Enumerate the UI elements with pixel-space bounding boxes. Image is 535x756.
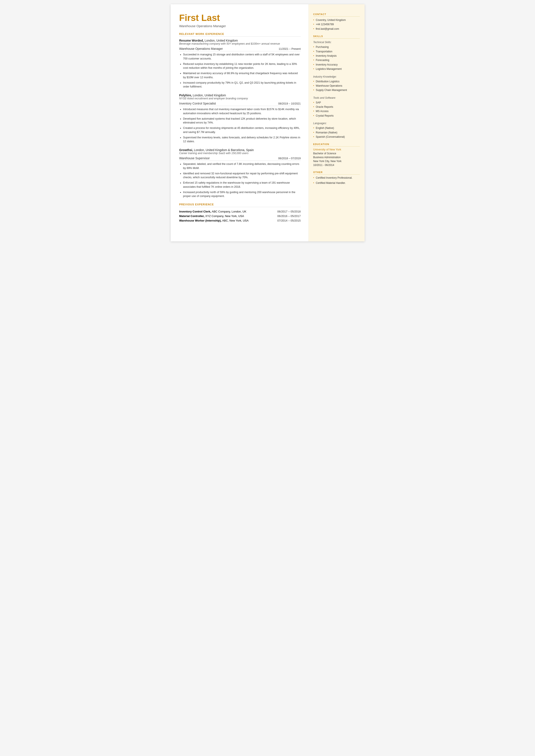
other-item-1: Certified Inventory Professional. — [313, 176, 360, 180]
prev-job-dates-2: 06/2016 – 05/2017 — [252, 214, 301, 218]
resume-container: First Last Warehouse Operations Manager … — [171, 4, 365, 241]
role-header-2: Inventory Control Specialist 08/2019 – 1… — [179, 102, 301, 106]
tools-label: Tools and Software: — [313, 96, 360, 99]
company-name-3: Growthsi, London, United Kingdom & Barce… — [179, 148, 301, 152]
role-dates-2: 08/2019 – 10/2021 — [278, 102, 300, 105]
language-english: English (Native) — [313, 126, 360, 130]
company-bold-1: Resume Worded, — [179, 39, 204, 42]
relevant-work-section-title: RELEVANT WORK EXPERIENCE — [179, 33, 301, 37]
bullet-1-4: Increased company productivity by 79% in… — [180, 81, 301, 89]
contact-list: Coventry, United Kingdom +44 123456789 f… — [313, 18, 360, 31]
role-title-3: Warehouse Supervisor — [179, 156, 210, 160]
other-item-2: Certified Material Handler. — [313, 181, 360, 185]
bullet-list-1: Succeeded in managing 15 storage and dis… — [179, 53, 301, 89]
bullet-list-2: Introduced measures that cut inventory m… — [179, 107, 301, 144]
skill-forecasting: Forecasting — [313, 58, 360, 62]
bullet-2-2: Developed five automated systems that tr… — [180, 117, 301, 125]
industry-skills-label: Industry Knowledge: — [313, 75, 360, 78]
languages-label: Languages: — [313, 122, 360, 125]
bullet-2-1: Introduced measures that cut inventory m… — [180, 107, 301, 116]
industry-skills-list: Distribution Logistics Warehouse Operati… — [313, 79, 360, 93]
prev-job-row-2: Material Controller, XYZ Company, New Yo… — [179, 214, 301, 218]
role-dates-3: 06/2018 – 07/2019 — [278, 157, 300, 160]
language-romanian: Romanian (Native) — [313, 130, 360, 135]
bullet-1-3: Maintained an inventory accuracy of 88.9… — [180, 71, 301, 79]
role-title-1: Warehouse Operations Manager — [179, 47, 223, 50]
contact-section-title: CONTACT — [313, 13, 360, 16]
bullet-1-1: Succeeded in managing 15 storage and dis… — [180, 53, 301, 61]
role-dates-1: 11/2021 – Present — [279, 47, 300, 50]
skill-distribution-logistics: Distribution Logistics — [313, 79, 360, 84]
languages-list: English (Native) Romanian (Native) Spani… — [313, 126, 360, 139]
company-bold-3: Growthsi, — [179, 148, 193, 152]
company-desc-3: Career training and membership SaaS with… — [179, 152, 301, 155]
edu-school: University of New York — [313, 148, 360, 151]
previous-exp-section-title: PREVIOUS EXPERIENCE — [179, 203, 301, 207]
bullet-list-3: Separated, labeled, and verified the cou… — [179, 162, 301, 198]
skill-inventory-accuracy: Inventory Accuracy — [313, 63, 360, 67]
job-block-2: Polyhire, London, United Kingdom NYSE-li… — [179, 94, 301, 144]
tool-oracle: Oracle Reports — [313, 105, 360, 109]
tool-sap: SAP — [313, 100, 360, 105]
candidate-title: Warehouse Operations Manager — [179, 24, 301, 28]
bullet-3-2: Identified and removed 32 non-functional… — [180, 172, 301, 180]
contact-email: first.last@gmail.com — [313, 27, 360, 31]
company-name-2: Polyhire, London, United Kingdom — [179, 94, 301, 97]
prev-job-title-3: Warehouse Worker (Internship), ABC, New … — [179, 218, 252, 223]
company-rest-1: London, United Kingdom — [204, 39, 238, 42]
prev-job-title-2: Material Controller, XYZ Company, New Yo… — [179, 214, 252, 218]
language-spanish: Spanish (Conversational) — [313, 135, 360, 139]
job-block-3: Growthsi, London, United Kingdom & Barce… — [179, 148, 301, 198]
prev-job-dates-1: 06/2017 – 05/2018 — [252, 209, 301, 214]
candidate-name: First Last — [179, 13, 301, 23]
technical-skills-list: Purchasing Transportation Inventory Anal… — [313, 45, 360, 71]
bullet-3-3: Enforced 15 safety regulations in the wa… — [180, 181, 301, 189]
right-column: CONTACT Coventry, United Kingdom +44 123… — [309, 4, 365, 241]
skill-transportation: Transportation — [313, 49, 360, 54]
previous-exp-table: Inventory Control Clerk, ABC Company, Lo… — [179, 209, 301, 223]
technical-skills-label: Technical Skills: — [313, 41, 360, 44]
role-header-3: Warehouse Supervisor 06/2018 – 07/2019 — [179, 156, 301, 161]
contact-section: CONTACT Coventry, United Kingdom +44 123… — [313, 13, 360, 31]
bullet-2-4: Supervised the inventory levels, sales f… — [180, 136, 301, 144]
other-section-title: OTHER — [313, 171, 360, 175]
company-name-1: Resume Worded, London, United Kingdom — [179, 39, 301, 42]
company-bold-2: Polyhire, — [179, 94, 192, 97]
prev-job-row-1: Inventory Control Clerk, ABC Company, Lo… — [179, 209, 301, 214]
skill-inventory-analysis: Inventory Analysis — [313, 54, 360, 58]
prev-job-dates-3: 07/2014 – 05/2015 — [252, 218, 301, 223]
company-rest-2: London, United Kingdom — [192, 94, 226, 97]
contact-phone: +44 123456789 — [313, 22, 360, 26]
education-section-title: EDUCATION — [313, 143, 360, 147]
edu-degree: Bachelor of Science Business Administrat… — [313, 152, 360, 167]
company-desc-2: NYSE-listed recruitment and employer bra… — [179, 97, 301, 100]
other-list: Certified Inventory Professional. Certif… — [313, 176, 360, 185]
role-title-2: Inventory Control Specialist — [179, 102, 216, 105]
role-header-1: Warehouse Operations Manager 11/2021 – P… — [179, 47, 301, 51]
bullet-3-4: Increased productivity north of 59% by g… — [180, 190, 301, 199]
skill-purchasing: Purchasing — [313, 45, 360, 49]
tools-list: SAP Oracle Reports MS Access Crystal Rep… — [313, 100, 360, 118]
bullet-2-3: Created a process for receiving shipment… — [180, 126, 301, 134]
contact-location: Coventry, United Kingdom — [313, 18, 360, 22]
education-section: EDUCATION University of New York Bachelo… — [313, 143, 360, 167]
tool-ms-access: MS Access — [313, 109, 360, 113]
skills-section: SKILLS Technical Skills: Purchasing Tran… — [313, 35, 360, 139]
other-section: OTHER Certified Inventory Professional. … — [313, 171, 360, 185]
bullet-1-2: Reduced surplus inventory by establishin… — [180, 62, 301, 70]
company-rest-3: London, United Kingdom & Barcelona, Spai… — [193, 148, 254, 152]
skill-warehouse-operations: Warehouse Operations — [313, 84, 360, 88]
tool-crystal: Crystal Reports — [313, 114, 360, 118]
skills-section-title: SKILLS — [313, 35, 360, 39]
company-desc-1: Beverage manaufactring company with 50+ … — [179, 42, 301, 45]
skill-supply-chain: Supply Chain Management — [313, 88, 360, 92]
prev-job-title-1: Inventory Control Clerk, ABC Company, Lo… — [179, 209, 252, 214]
prev-job-row-3: Warehouse Worker (Internship), ABC, New … — [179, 218, 301, 223]
job-block-1: Resume Worded, London, United Kingdom Be… — [179, 39, 301, 89]
bullet-3-1: Separated, labeled, and verified the cou… — [180, 162, 301, 170]
skill-logistics-management: Logistics Management — [313, 67, 360, 71]
left-column: First Last Warehouse Operations Manager … — [171, 4, 309, 241]
